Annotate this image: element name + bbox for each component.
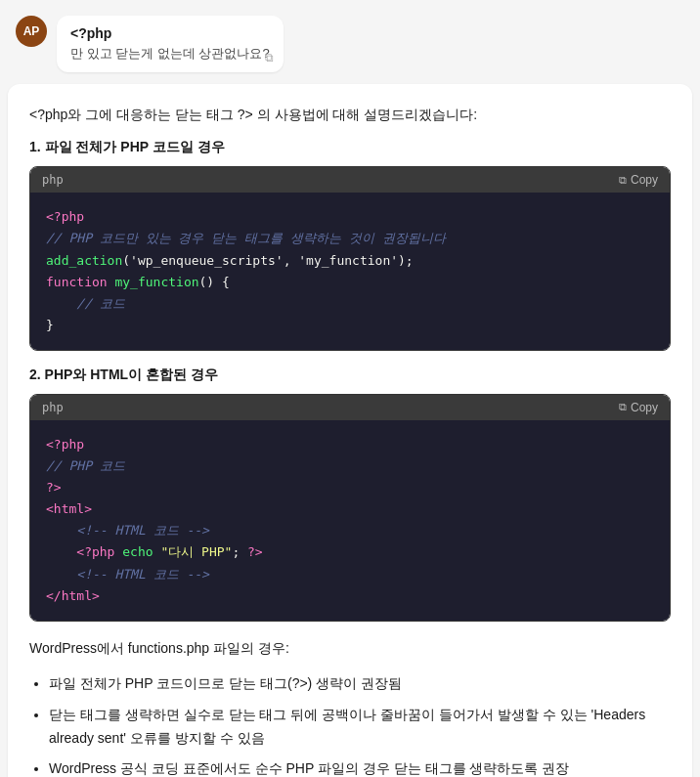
copy-button-1[interactable]: ⧉ Copy bbox=[619, 173, 658, 187]
lang-label-2: php bbox=[42, 401, 64, 414]
wordpress-intro: WordPress에서 functions.php 파일의 경우: bbox=[29, 637, 671, 659]
response-intro: <?php와 그에 대응하는 닫는 태그 ?> 의 사용법에 대해 설명드리겠습… bbox=[29, 104, 671, 125]
bullet-list: 파일 전체가 PHP 코드이므로 닫는 태그(?>) 생략이 권장됨 닫는 태그… bbox=[29, 672, 671, 777]
copy-label-2: Copy bbox=[631, 401, 658, 414]
section2-heading: 2. PHP와 HTML이 혼합된 경우 bbox=[29, 367, 671, 384]
user-bubble: <?php 만 있고 닫는게 없는데 상관없나요? ⧉ bbox=[57, 16, 284, 72]
message-copy-icon: ⧉ bbox=[265, 51, 274, 65]
code-body-2: <?php // PHP 코드 ?> <html> <!-- HTML 코드 -… bbox=[30, 420, 670, 621]
user-message-title: <?php bbox=[70, 25, 270, 41]
section1-heading: 1. 파일 전체가 PHP 코드일 경우 bbox=[29, 139, 671, 156]
bullet-item-3: WordPress 공식 코딩 표준에서도 순수 PHP 파일의 경우 닫는 태… bbox=[49, 757, 671, 777]
code-header-1: php ⧉ Copy bbox=[30, 167, 670, 193]
user-message-area: AP <?php 만 있고 닫는게 없는데 상관없나요? ⧉ bbox=[0, 0, 700, 84]
copy-icon-2: ⧉ bbox=[619, 401, 627, 413]
copy-button-2[interactable]: ⧉ Copy bbox=[619, 401, 658, 414]
bullet-item-2: 닫는 태그를 생략하면 실수로 닫는 태그 뒤에 공백이나 줄바꿈이 들어가서 … bbox=[49, 704, 671, 751]
bullet-item-1: 파일 전체가 PHP 코드이므로 닫는 태그(?>) 생략이 권장됨 bbox=[49, 672, 671, 696]
copy-label-1: Copy bbox=[631, 173, 658, 187]
code-block-1: php ⧉ Copy <?php // PHP 코드만 있는 경우 닫는 태그를… bbox=[29, 166, 671, 351]
user-message-subtitle: 만 있고 닫는게 없는데 상관없나요? bbox=[70, 45, 270, 63]
code-header-2: php ⧉ Copy bbox=[30, 395, 670, 420]
copy-icon-1: ⧉ bbox=[619, 174, 627, 187]
code-body-1: <?php // PHP 코드만 있는 경우 닫는 태그를 생략하는 것이 권장… bbox=[30, 193, 670, 350]
ai-response: <?php와 그에 대응하는 닫는 태그 ?> 의 사용법에 대해 설명드리겠습… bbox=[8, 84, 692, 777]
code-block-2: php ⧉ Copy <?php // PHP 코드 ?> <html> <!-… bbox=[29, 394, 671, 622]
avatar: AP bbox=[16, 16, 47, 47]
lang-label-1: php bbox=[42, 173, 64, 187]
